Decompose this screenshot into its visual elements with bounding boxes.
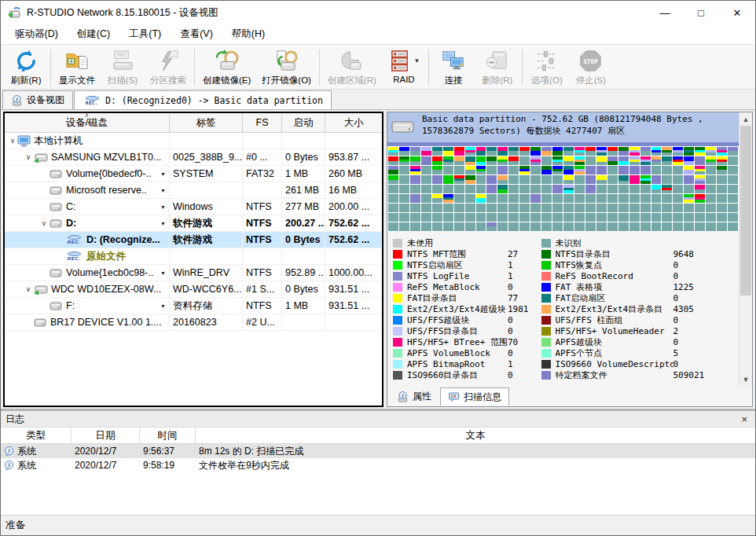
menu-help[interactable]: 帮助(H): [222, 24, 274, 44]
tree-row[interactable]: C: ▼ Windows NTFS 277 MB 200.00 ...: [5, 199, 382, 215]
legend-count: 0: [673, 359, 679, 369]
create-image-button[interactable]: 创建镜像(E): [197, 46, 256, 89]
map-cell: [508, 175, 519, 184]
volume-icon: [49, 268, 63, 277]
map-cell: [585, 185, 596, 193]
log-column-date[interactable]: 日期: [72, 428, 140, 443]
map-cell: [421, 156, 431, 165]
tree-row[interactable]: ∨ WDC WD10EZEX-08W... WD-WCC6Y6... #1 S.…: [5, 281, 382, 298]
column-header-size[interactable]: 大小: [325, 113, 382, 132]
tree-row[interactable]: ∨ D: ▼ 软件游戏 NTFS 200.27 ... 752.62 ...: [5, 215, 382, 232]
legend-item: HFS/HFS+ VolumeHeader2: [541, 325, 705, 336]
tree-row[interactable]: F: ▼ 资料存储 NTFS 1 MB 931.51 ...: [5, 298, 382, 314]
tree-row[interactable]: REC. D: (Recognize... 软件游戏 NTFS 0 Bytes …: [5, 232, 382, 248]
log-cell: 2020/12/7: [72, 446, 140, 457]
log-close-icon[interactable]: ×: [738, 413, 750, 425]
tree-row[interactable]: Volume{1ecb0c98-.. ▼ WinRE_DRV NTFS 952.…: [5, 265, 382, 281]
log-column-type[interactable]: 类型: [1, 428, 72, 443]
log-column-time[interactable]: 时间: [140, 428, 196, 443]
map-cell: [596, 213, 607, 222]
tree-row[interactable]: Microsoft reserve.. ▼ 261 MB 16 MB: [5, 182, 382, 199]
show-files-button[interactable]: 显示文件: [53, 46, 101, 89]
chevron-down-icon[interactable]: ∨: [24, 285, 33, 293]
log-row[interactable]: i系统2020/12/79:58:19文件枚举在9秒内完成: [1, 458, 755, 472]
menu-tools[interactable]: 工具(T): [119, 24, 171, 44]
toolbar-separator: [194, 50, 195, 86]
map-cell: [454, 222, 464, 231]
map-cell: [443, 213, 453, 222]
tab-recognized-partition[interactable]: REC. D: (Recognized0) -> Basic data part…: [74, 90, 332, 109]
map-cell: [476, 213, 486, 222]
raid-dropdown-icon[interactable]: ▼: [413, 57, 420, 64]
scroll-down-icon[interactable]: ▼: [739, 373, 752, 386]
column-header-boot[interactable]: 启动: [282, 113, 325, 132]
column-header-fs[interactable]: FS: [243, 113, 282, 132]
maximize-button[interactable]: □: [683, 1, 719, 24]
tree-row[interactable]: BR17 DEVICE V1.00 1.... 20160823 #2 U...: [5, 314, 382, 331]
tree-header: ∧ 设备/磁盘 标签 FS 启动 大小: [5, 113, 382, 133]
tree-row[interactable]: ∨ 本地计算机: [5, 133, 382, 149]
cell-boot: 200.27 ...: [282, 215, 325, 231]
cell-boot: 261 MB: [282, 182, 325, 198]
raid-button[interactable]: ▼RAID: [382, 46, 426, 89]
log-column-text[interactable]: 文本: [196, 428, 755, 443]
scroll-up-icon[interactable]: ▲: [739, 112, 752, 126]
dropdown-arrow-icon[interactable]: ▼: [160, 171, 166, 177]
chevron-down-icon[interactable]: ∨: [8, 137, 17, 145]
tab-properties[interactable]: i 属性: [390, 387, 439, 406]
map-cell: [651, 204, 662, 212]
tree-row[interactable]: ∨ SAMSUNG MZVLB1T0... 0025_388B_9... #0 …: [5, 149, 382, 166]
tree-body: ∨ 本地计算机 ∨ SAMSUNG MZVLB1T0... 0025_388B_…: [5, 133, 382, 331]
stop-button[interactable]: STOP停止(S): [569, 46, 613, 89]
map-cell: [662, 213, 672, 222]
chevron-down-icon[interactable]: ∨: [24, 153, 33, 161]
legend-item: 特定档案文件509021: [541, 369, 705, 380]
map-cell: [728, 213, 738, 222]
options-button[interactable]: 选项(O): [525, 46, 569, 89]
legend-swatch: [541, 283, 551, 292]
menu-view[interactable]: 查看(V): [171, 24, 222, 44]
map-cell: [421, 213, 431, 222]
connect-button[interactable]: 连接: [431, 46, 475, 89]
scan-panel-tabs: i 属性 扫描信息: [390, 387, 509, 406]
map-cell: [552, 166, 563, 174]
map-cell: [662, 175, 672, 184]
column-header-label[interactable]: 标签: [170, 113, 243, 132]
tree-row[interactable]: Volume{0bedecf0-.. ▼ SYSTEM FAT32 1 MB 2…: [5, 166, 382, 182]
map-cell: [497, 156, 508, 165]
map-cell: [399, 166, 409, 174]
map-cell: [508, 204, 519, 212]
dropdown-arrow-icon[interactable]: ▼: [160, 221, 166, 226]
partition-search-button[interactable]: 分区搜索: [145, 46, 192, 89]
open-image-button[interactable]: 打开镜像(O): [256, 46, 317, 89]
device-name: 原始文件: [86, 250, 126, 263]
tab-device-view[interactable]: i 设备视图: [2, 90, 73, 109]
map-cell: [486, 156, 497, 165]
tab-scan-info[interactable]: 扫描信息: [440, 387, 509, 406]
legend-swatch: [393, 239, 402, 248]
refresh-button[interactable]: 刷新(R): [4, 46, 48, 89]
dropdown-arrow-icon[interactable]: ▼: [160, 204, 166, 210]
log-row[interactable]: i系统2020/12/79:56:378m 12s 的 D: 扫描已完成: [1, 444, 755, 458]
close-button[interactable]: ✕: [719, 1, 755, 24]
legend-item: Ext2/Ext3/Ext4目录条目4305: [541, 303, 705, 314]
map-cell: [585, 156, 596, 165]
dropdown-arrow-icon[interactable]: ▼: [160, 303, 166, 309]
map-cell: [443, 204, 453, 212]
dropdown-arrow-icon[interactable]: ▼: [160, 270, 166, 276]
minimize-button[interactable]: —: [647, 1, 683, 24]
delete-button[interactable]: 删除(R): [475, 46, 519, 89]
tree-row[interactable]: REC. 原始文件: [5, 248, 382, 265]
scrollbar-thumb[interactable]: [740, 126, 751, 296]
chevron-down-icon[interactable]: ∨: [39, 219, 49, 227]
menu-create[interactable]: 创建(C): [68, 24, 119, 44]
scan-button[interactable]: 扫描(S): [101, 46, 145, 89]
column-header-device[interactable]: ∧ 设备/磁盘: [5, 113, 170, 132]
cell-label: [170, 133, 243, 149]
menu-drives[interactable]: 驱动器(D): [6, 24, 68, 44]
create-region-button[interactable]: 创建区域(R): [322, 46, 382, 89]
block-map[interactable]: [387, 146, 739, 232]
map-cell: [476, 156, 486, 165]
dropdown-arrow-icon[interactable]: ▼: [160, 188, 166, 193]
scrollbar-vertical[interactable]: ▲ ▼: [739, 112, 752, 386]
